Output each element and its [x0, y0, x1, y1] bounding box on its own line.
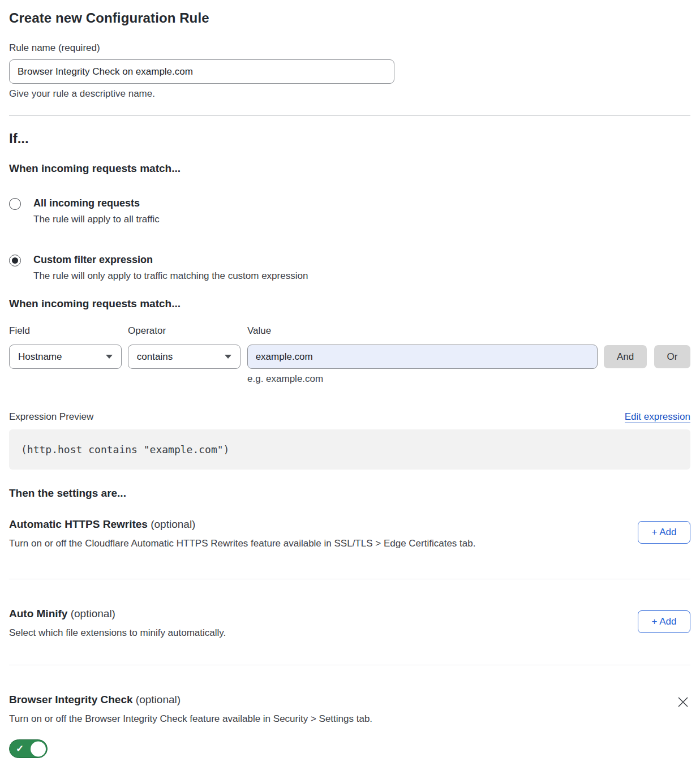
value-label: Value: [247, 325, 271, 337]
rule-name-help: Give your rule a descriptive name.: [9, 88, 690, 100]
setting-optional-tag: (optional): [71, 608, 115, 619]
toggle-knob: [31, 741, 46, 756]
section-divider: [9, 665, 690, 665]
setting-automatic-https-rewrites: Automatic HTTPS Rewrites (optional) Turn…: [9, 518, 690, 549]
rule-name-input[interactable]: [9, 59, 394, 84]
setting-optional-tag: (optional): [136, 694, 181, 705]
setting-browser-integrity-check: Browser Integrity Check (optional) Turn …: [9, 694, 690, 758]
setting-description: Turn on or off the Cloudflare Automatic …: [9, 538, 475, 549]
section-divider: [9, 579, 690, 579]
remove-setting-button[interactable]: [676, 695, 690, 709]
section-divider: [9, 115, 690, 116]
setting-description: Select which file extensions to minify a…: [9, 627, 226, 639]
radio-description: The rule will apply to all traffic: [33, 214, 160, 225]
browser-integrity-check-toggle[interactable]: ✓: [9, 739, 48, 758]
value-input[interactable]: [247, 345, 598, 369]
edit-expression-link[interactable]: Edit expression: [625, 411, 690, 423]
radio-label: All incoming requests: [33, 197, 160, 209]
chevron-down-icon: [106, 355, 113, 359]
close-icon: [677, 696, 689, 708]
or-button[interactable]: Or: [654, 345, 690, 368]
add-auto-minify-button[interactable]: + Add: [638, 610, 690, 633]
radio-option-all-requests[interactable]: All incoming requests The rule will appl…: [9, 197, 690, 225]
setting-description: Turn on or off the Browser Integrity Che…: [9, 713, 372, 725]
setting-title: Automatic HTTPS Rewrites: [9, 518, 148, 530]
expression-code: (http.host contains "example.com"): [21, 444, 229, 455]
radio-label: Custom filter expression: [33, 254, 308, 265]
create-configuration-rule-page: Create new Configuration Rule Rule name …: [0, 0, 700, 758]
page-title: Create new Configuration Rule: [9, 10, 690, 26]
expression-builder-heading: When incoming requests match...: [9, 298, 690, 310]
then-heading: Then the settings are...: [9, 487, 690, 500]
add-automatic-https-rewrites-button[interactable]: + Add: [638, 521, 690, 544]
operator-label: Operator: [128, 325, 247, 337]
value-help-text: e.g. example.com: [247, 373, 690, 385]
chevron-down-icon: [225, 355, 231, 359]
operator-select[interactable]: contains: [128, 345, 241, 369]
field-select[interactable]: Hostname: [9, 345, 122, 369]
radio-option-custom-filter[interactable]: Custom filter expression The rule will o…: [9, 254, 690, 282]
radio-description: The rule will only apply to traffic matc…: [33, 270, 308, 282]
radio-button[interactable]: [9, 255, 21, 266]
check-icon: ✓: [16, 743, 24, 755]
setting-title: Auto Minify: [9, 608, 67, 619]
rule-name-label: Rule name (required): [9, 42, 690, 54]
field-label: Field: [9, 325, 128, 337]
setting-auto-minify: Auto Minify (optional) Select which file…: [9, 608, 690, 639]
and-button[interactable]: And: [604, 345, 647, 368]
setting-title: Browser Integrity Check: [9, 694, 133, 705]
expression-preview-box: (http.host contains "example.com"): [9, 429, 690, 470]
setting-optional-tag: (optional): [151, 518, 195, 530]
radio-button[interactable]: [9, 198, 21, 210]
match-subheading: When incoming requests match...: [9, 162, 690, 175]
field-select-value: Hostname: [18, 351, 62, 363]
expression-preview-label: Expression Preview: [9, 411, 93, 423]
if-heading: If...: [9, 131, 690, 147]
operator-select-value: contains: [137, 351, 173, 363]
